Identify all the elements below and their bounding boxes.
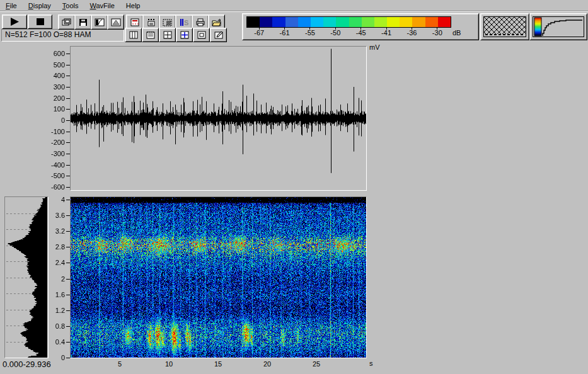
db-colorscale-panel: dB -67-61-55-50-45-41-36-30 (242, 13, 479, 40)
spectrogram-ytick-label: 3.6 (38, 212, 65, 219)
colorscale-label: -30 (428, 29, 447, 37)
colorscale-label: -45 (352, 29, 371, 37)
menu-file[interactable]: File (0, 1, 23, 10)
axis-tick (66, 132, 70, 132)
horizontal-grid-button[interactable] (142, 28, 159, 42)
spectrogram-plot[interactable] (70, 196, 367, 358)
spectrogram-ytick-label: 0.4 (38, 338, 65, 346)
grid-cross-blue-button[interactable] (176, 28, 193, 42)
transfer-curve-button[interactable] (91, 14, 108, 30)
colorscale-label: -41 (377, 29, 396, 37)
grid-cross-icon (163, 31, 173, 39)
colorscale-segment-5 (311, 17, 323, 27)
inner-box-button[interactable] (193, 28, 210, 42)
waveform-ytick-label: -300 (38, 150, 65, 157)
axis-tick (66, 87, 70, 88)
vertical-grid-button[interactable] (125, 28, 142, 42)
stop-icon (36, 18, 45, 26)
copy-display-button[interactable] (58, 14, 75, 30)
hatch-pattern-panel (480, 13, 529, 40)
waveform-plot[interactable] (70, 46, 367, 191)
grid-cross-blue-icon (180, 31, 190, 39)
spectrogram-ytick-label: 3.2 (38, 227, 65, 235)
shade-region-icon (163, 18, 173, 26)
waveform-ytick-label: 0 (38, 116, 65, 124)
colorscale-segment-0 (247, 17, 260, 27)
axis-tick (66, 342, 70, 343)
axis-tick (66, 54, 70, 54)
colorscale-segment-7 (336, 17, 349, 27)
axis-tick (66, 358, 70, 358)
axis-tick (66, 109, 70, 110)
axis-tick (66, 98, 70, 99)
stop-button[interactable] (28, 14, 52, 29)
spectrogram-ytick-label: 2.8 (38, 243, 65, 251)
spectrogram-app: FileDisplayToolsWavFileHelp N=512 F=100 … (0, 0, 588, 374)
axis-tick (66, 215, 70, 216)
colorscale-segment-10 (374, 17, 387, 27)
spectrogram-xtick-label: 5 (112, 360, 128, 368)
spectrogram-ytick-label: 1.6 (38, 291, 65, 298)
colorscale-segment-12 (400, 17, 412, 27)
colorscale-segment-4 (298, 17, 311, 27)
waveform-canvas[interactable] (71, 47, 366, 190)
axis-tick (66, 200, 70, 200)
vertical-grid-icon (129, 31, 139, 39)
waveform-ytick-label: -400 (38, 161, 65, 169)
spectrogram-xtick-label: 15 (210, 360, 226, 368)
colorscale-segment-8 (349, 17, 362, 27)
colorscale-segment-14 (425, 17, 438, 27)
colorscale-segment-6 (323, 17, 336, 27)
colorscale-segment-1 (260, 17, 272, 27)
spectrogram-ytick-label: 0.8 (38, 322, 65, 330)
play-button[interactable] (2, 14, 27, 29)
colorscale-segment-9 (362, 17, 374, 27)
menu-tools[interactable]: Tools (57, 1, 84, 10)
spectrogram-canvas[interactable] (71, 197, 366, 358)
scale-marks-icon (146, 18, 156, 26)
spectrogram-ytick-label: 4 (38, 196, 65, 203)
display-frame-icon (130, 18, 140, 26)
inner-box-icon (197, 31, 207, 39)
colorscale-label: -36 (402, 29, 421, 37)
colorscale-label: -67 (250, 29, 268, 37)
colorscale-label: -61 (275, 29, 294, 37)
colorscale-segment-3 (285, 17, 298, 27)
axis-tick (66, 142, 70, 143)
axis-tick (66, 326, 70, 327)
grid-cross-button[interactable] (159, 28, 176, 42)
colorscale-segment-15 (438, 17, 451, 27)
waveform-ytick-label: 400 (38, 72, 65, 79)
waveform-ytick-label: 600 (38, 50, 65, 57)
menu-help[interactable]: Help (120, 1, 146, 10)
menubar: FileDisplayToolsWavFileHelp (0, 0, 588, 11)
play-icon (8, 18, 21, 26)
edit-notes-button[interactable] (210, 28, 227, 42)
waveform-ytick-label: -100 (38, 128, 65, 135)
colorscale-segment-11 (387, 17, 400, 27)
fft-status-field: N=512 F=100 O=88 HAM (1, 29, 124, 42)
menu-separator-highlight (0, 11, 588, 12)
peak-display-icon (111, 18, 121, 26)
axis-tick (66, 76, 70, 76)
axis-tick (66, 263, 70, 263)
axis-tick (66, 154, 70, 154)
save-button[interactable] (74, 14, 91, 30)
colorscale-label: -55 (301, 29, 320, 37)
svg-text:S: S (184, 19, 188, 26)
horizontal-grid-icon (146, 31, 156, 39)
time-unit-label: s (369, 360, 373, 367)
waveform-ytick-label: 500 (38, 61, 65, 69)
colorscale-segment-2 (272, 17, 285, 27)
spectrogram-xtick-label: 25 (308, 360, 325, 368)
menu-wavfile[interactable]: WavFile (84, 1, 120, 10)
axis-tick (66, 176, 70, 176)
axis-tick (66, 65, 70, 65)
peak-display-button[interactable] (107, 14, 124, 30)
menu-display[interactable]: Display (23, 1, 57, 10)
axis-tick (66, 165, 70, 166)
axis-tick (66, 231, 70, 232)
spectrogram-xtick-label: 20 (259, 360, 275, 368)
print-icon (195, 18, 205, 26)
axis-tick (66, 120, 70, 121)
